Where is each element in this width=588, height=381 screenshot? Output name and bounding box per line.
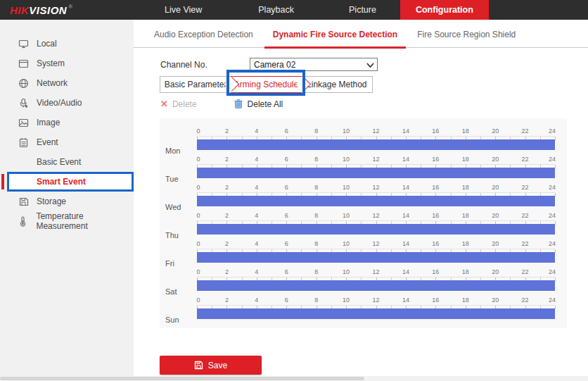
sidebar-item-event[interactable]: Event <box>0 132 134 152</box>
hour-tick-label: 20 <box>492 296 499 304</box>
hour-tick-label: 12 <box>372 268 379 275</box>
horizontal-scrollbar-thumb[interactable] <box>0 377 364 380</box>
sidebar-item-storage[interactable]: Storage <box>0 192 134 211</box>
sidebar-item-label: Storage <box>37 196 66 206</box>
hour-tick-label: 22 <box>522 296 529 304</box>
hour-tick-label: 18 <box>462 127 469 135</box>
delete-all-button[interactable]: Delete All <box>234 99 283 109</box>
sidebar-item-temperature-measurement[interactable]: Temperature Measurement <box>0 211 134 231</box>
delete-button[interactable]: ✕ Delete <box>160 99 197 109</box>
hour-tick-label: 2 <box>225 156 229 163</box>
sidebar-item-video-audio[interactable]: Video/Audio <box>0 93 134 113</box>
schedule-row: Tue 024681012141618202224 <box>160 156 567 184</box>
hour-tick-label: 12 <box>372 184 379 191</box>
sidebar-item-label: Temperature Measurement <box>36 211 134 231</box>
hour-tick-label: 20 <box>492 268 499 275</box>
day-label: Wed <box>160 184 197 212</box>
schedule-bar[interactable] <box>197 168 555 178</box>
hour-tick-label: 22 <box>522 156 529 163</box>
top-navigation: Live View Playback Picture Configuration <box>134 0 489 20</box>
hour-tick-label: 2 <box>225 268 229 275</box>
hour-tick-label: 16 <box>432 296 439 304</box>
logo-registered-mark: ® <box>68 4 72 10</box>
hour-tick-label: 10 <box>343 268 350 275</box>
hour-tick-label: 2 <box>225 212 229 219</box>
schedule-bar[interactable] <box>197 224 555 235</box>
channel-select[interactable]: Camera 02 <box>250 58 378 71</box>
tick-mark <box>555 306 556 309</box>
tick-mark <box>555 277 556 281</box>
tab-audio-exception-detection[interactable]: Audio Exception Detection <box>151 30 256 47</box>
save-floppy-icon <box>194 361 203 370</box>
sidebar-item-label: Local <box>37 39 57 49</box>
schedule-bar[interactable] <box>197 280 555 291</box>
nav-playback[interactable]: Playback <box>241 0 311 20</box>
bar-track[interactable] <box>197 196 555 206</box>
horizontal-scrollbar[interactable] <box>0 376 588 381</box>
sidebar-item-label: Event <box>37 137 58 147</box>
hikvision-logo: HIKVISION® <box>0 0 134 20</box>
tab-dynamic-fire-source-detection[interactable]: Dynamic Fire Source Detection <box>270 30 400 47</box>
hour-tick-label: 24 <box>549 268 556 275</box>
hour-labels: 024681012141618202224 <box>197 127 555 136</box>
nav-live-view[interactable]: Live View <box>148 0 219 20</box>
hour-tick-label: 24 <box>549 240 556 247</box>
hour-tick-label: 10 <box>343 156 350 163</box>
schedule-actions: ✕ Delete Delete All <box>160 99 283 109</box>
schedule-row: Mon 024681012141618202224 <box>160 127 567 156</box>
day-label: Thu <box>160 212 197 240</box>
sidebar-item-image[interactable]: Image <box>0 113 134 132</box>
hour-tick-label: 18 <box>462 184 469 191</box>
trash-icon <box>234 99 243 109</box>
bar-track[interactable] <box>197 168 555 178</box>
tab-fire-source-region-shield[interactable]: Fire Source Region Shield <box>414 30 518 47</box>
schedule-bar[interactable] <box>197 196 555 206</box>
hour-tick-label: 14 <box>402 156 409 163</box>
save-button[interactable]: Save <box>160 356 262 375</box>
hour-tick-label: 4 <box>255 296 258 304</box>
hour-tick-label: 22 <box>522 184 529 191</box>
sidebar-item-network[interactable]: Network <box>0 73 134 93</box>
channel-row: Channel No. Camera 02 <box>160 58 378 71</box>
hour-labels: 024681012141618202224 <box>197 240 555 249</box>
hour-tick-label: 22 <box>522 212 529 219</box>
hour-tick-label: 6 <box>285 184 288 191</box>
sidebar-item-system[interactable]: System <box>0 54 134 73</box>
hour-tick-label: 0 <box>196 127 200 135</box>
hour-tick-label: 4 <box>255 156 258 163</box>
bar-track[interactable] <box>197 224 555 235</box>
hour-tick-label: 10 <box>343 296 350 304</box>
tick-mark <box>555 193 556 196</box>
sidebar-item-label: Basic Event <box>37 157 81 167</box>
schedule-bar[interactable] <box>197 252 555 263</box>
hour-tick-label: 16 <box>432 212 439 219</box>
hour-tick-label: 10 <box>343 240 350 247</box>
hour-tick-label: 20 <box>492 127 499 135</box>
bar-track[interactable] <box>197 308 555 319</box>
sidebar-item-local[interactable]: Local <box>0 34 134 54</box>
sidebar-item-basic-event[interactable]: Basic Event <box>0 152 134 172</box>
day-axis: 024681012141618202224 <box>197 212 555 240</box>
nav-configuration[interactable]: Configuration <box>400 0 489 20</box>
schedule-bar[interactable] <box>197 139 555 150</box>
subtab-arming-schedule[interactable]: Arming Schedule <box>231 76 301 93</box>
schedule-bar[interactable] <box>197 308 555 319</box>
hour-tick-label: 24 <box>549 156 556 163</box>
tick-mark <box>555 221 556 225</box>
logo-hik: HIK <box>10 4 29 16</box>
subtab-linkage-method[interactable]: Linkage Method <box>302 77 372 92</box>
hour-tick-label: 18 <box>462 296 469 304</box>
nav-picture[interactable]: Picture <box>332 0 393 20</box>
sidebar-item-smart-event[interactable]: Smart Event <box>7 172 134 192</box>
bar-track[interactable] <box>197 280 555 291</box>
bar-track[interactable] <box>197 139 555 150</box>
bar-track[interactable] <box>197 252 555 263</box>
hour-tick-label: 2 <box>225 296 229 304</box>
day-label: Fri <box>160 240 197 268</box>
channel-selected-value: Camera 02 <box>254 60 295 70</box>
subtab-basic-parameter[interactable]: Basic Parameter <box>160 77 231 92</box>
chevron-down-icon <box>366 61 375 70</box>
main-content: Audio Exception Detection Dynamic Fire S… <box>134 20 588 381</box>
hour-tick-label: 12 <box>372 212 379 219</box>
tick-mark <box>555 137 556 140</box>
